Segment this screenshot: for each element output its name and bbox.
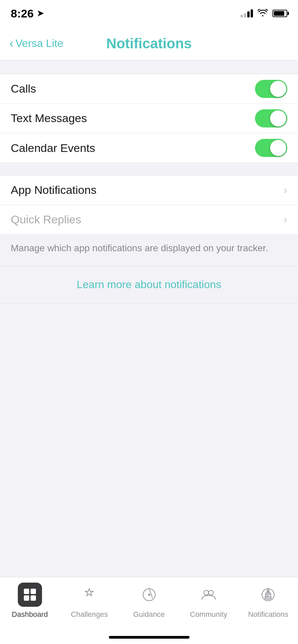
learn-more-link[interactable]: Learn more about notifications — [77, 278, 221, 290]
tab-bar: Dashboard Challenges Guidance — [0, 577, 298, 631]
signal-icon — [241, 9, 253, 17]
guidance-icon — [140, 586, 158, 603]
top-spacer — [0, 60, 298, 74]
guidance-icon-wrapper — [137, 583, 161, 607]
text-messages-label: Text Messages — [11, 112, 87, 125]
tab-dashboard[interactable]: Dashboard — [0, 583, 59, 619]
quick-replies-label: Quick Replies — [11, 213, 81, 226]
guidance-tab-label: Guidance — [133, 610, 165, 619]
page-title: Notifications — [77, 36, 221, 52]
svg-rect-0 — [24, 589, 29, 594]
status-bar: 8:26 ➤ — [0, 0, 298, 27]
svg-point-10 — [265, 597, 271, 599]
svg-rect-3 — [31, 595, 36, 601]
notifications-tab-label: Notifications — [248, 610, 288, 619]
svg-point-8 — [209, 590, 213, 595]
calls-toggle[interactable] — [255, 80, 287, 98]
tab-challenges[interactable]: Challenges — [59, 583, 119, 619]
description-text: Manage which app notifications are displ… — [11, 241, 287, 255]
dashboard-icon — [21, 586, 39, 603]
wifi-icon — [258, 8, 268, 19]
middle-spacer — [0, 163, 298, 175]
toggles-group: Calls Text Messages Calendar Events — [0, 74, 298, 163]
calendar-events-toggle[interactable] — [255, 139, 287, 157]
app-notifications-chevron-icon: › — [284, 184, 287, 196]
tab-notifications[interactable]: Notifications — [239, 583, 298, 619]
back-label: Versa Lite — [15, 37, 63, 50]
svg-point-6 — [148, 594, 150, 596]
challenges-tab-label: Challenges — [71, 610, 108, 619]
community-icon — [200, 586, 217, 603]
status-time: 8:26 ➤ — [11, 7, 44, 20]
dashboard-icon-bg — [18, 583, 42, 607]
back-button[interactable]: ‹ Versa Lite — [9, 37, 77, 51]
back-chevron-icon: ‹ — [9, 37, 13, 51]
learn-more-section: Learn more about notifications — [0, 266, 298, 303]
community-tab-label: Community — [190, 610, 227, 619]
calls-row[interactable]: Calls — [0, 74, 298, 104]
tab-guidance[interactable]: Guidance — [119, 583, 179, 619]
app-notifications-row[interactable]: App Notifications › — [0, 175, 298, 205]
notifications-icon — [259, 586, 277, 603]
status-icons — [241, 8, 287, 19]
calendar-events-row[interactable]: Calendar Events — [0, 133, 298, 163]
tab-community[interactable]: Community — [179, 583, 238, 619]
calls-toggle-thumb — [270, 81, 286, 97]
text-messages-toggle[interactable] — [255, 109, 287, 127]
notifications-icon-wrapper — [256, 583, 280, 607]
svg-line-5 — [149, 589, 153, 598]
text-messages-row[interactable]: Text Messages — [0, 104, 298, 133]
svg-rect-1 — [31, 589, 36, 594]
svg-point-7 — [204, 590, 209, 595]
dashboard-tab-label: Dashboard — [12, 610, 48, 619]
challenges-icon — [81, 586, 98, 603]
home-bar — [109, 636, 189, 639]
battery-icon — [272, 10, 287, 17]
quick-replies-chevron-icon: › — [284, 213, 287, 226]
location-icon: ➤ — [37, 9, 44, 18]
svg-rect-2 — [24, 595, 29, 601]
text-messages-toggle-thumb — [270, 110, 286, 126]
time-display: 8:26 — [11, 7, 34, 20]
empty-area — [0, 303, 298, 577]
app-notifications-label: App Notifications — [11, 183, 96, 197]
home-indicator — [0, 631, 298, 644]
community-icon-wrapper — [197, 583, 221, 607]
challenges-icon-wrapper — [77, 583, 101, 607]
quick-replies-row[interactable]: Quick Replies › — [0, 205, 298, 234]
calls-label: Calls — [11, 82, 36, 95]
nav-header: ‹ Versa Lite Notifications — [0, 27, 298, 60]
calendar-events-label: Calendar Events — [11, 142, 95, 155]
calendar-events-toggle-thumb — [270, 140, 286, 156]
nav-items-group: App Notifications › Quick Replies › — [0, 175, 298, 234]
description-area: Manage which app notifications are displ… — [0, 234, 298, 266]
